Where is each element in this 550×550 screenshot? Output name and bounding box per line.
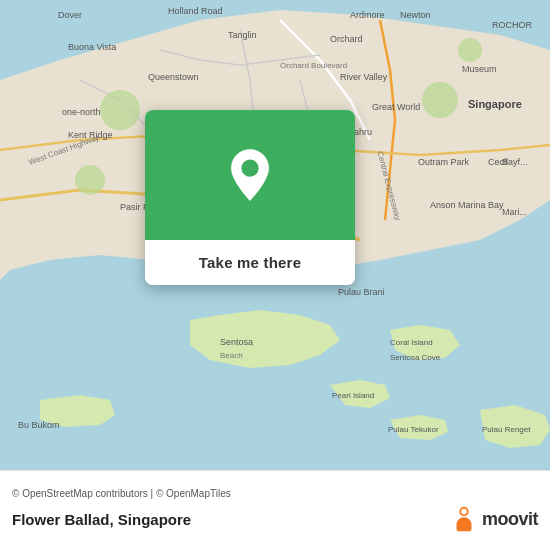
svg-point-2	[75, 165, 105, 195]
svg-text:Pulau Brani: Pulau Brani	[338, 287, 385, 297]
svg-text:Sentosa Cove: Sentosa Cove	[390, 353, 441, 362]
svg-point-1	[100, 90, 140, 130]
svg-text:Pulau Renget: Pulau Renget	[482, 425, 531, 434]
svg-text:Bayf...: Bayf...	[502, 157, 528, 167]
svg-text:Pearl Island: Pearl Island	[332, 391, 374, 400]
svg-text:Beach: Beach	[220, 351, 243, 360]
svg-point-3	[422, 82, 458, 118]
svg-text:Pulau Tekukor: Pulau Tekukor	[388, 425, 439, 434]
svg-text:Queenstown: Queenstown	[148, 72, 199, 82]
svg-text:ROCHOR: ROCHOR	[492, 20, 532, 30]
svg-text:Holland Road: Holland Road	[168, 6, 223, 16]
moovit-brand-text: moovit	[482, 509, 538, 530]
map-container: Dover Holland Road Ardmore Newton Buona …	[0, 0, 550, 470]
moovit-brand-icon	[450, 505, 478, 533]
popup-green-area	[145, 110, 355, 240]
svg-text:Coral Island: Coral Island	[390, 338, 433, 347]
svg-text:Singapore: Singapore	[468, 98, 522, 110]
svg-text:Museum: Museum	[462, 64, 497, 74]
take-me-there-button[interactable]: Take me there	[145, 240, 355, 285]
moovit-logo: moovit	[450, 505, 538, 533]
svg-text:Newton: Newton	[400, 10, 431, 20]
svg-text:Tanglin: Tanglin	[228, 30, 257, 40]
svg-text:Ardmore: Ardmore	[350, 10, 385, 20]
svg-text:Buona Vista: Buona Vista	[68, 42, 116, 52]
place-name: Flower Ballad, Singapore	[12, 511, 191, 528]
popup-card: Take me there	[145, 110, 355, 285]
svg-text:River Valley: River Valley	[340, 72, 388, 82]
svg-text:Anson: Anson	[430, 200, 456, 210]
svg-text:Orchard Boulevard: Orchard Boulevard	[280, 61, 347, 70]
svg-text:Sentosa: Sentosa	[220, 337, 253, 347]
svg-text:Mari...: Mari...	[502, 207, 527, 217]
svg-text:Orchard: Orchard	[330, 34, 363, 44]
svg-text:Marina Bay: Marina Bay	[458, 200, 504, 210]
svg-text:Bu Bukom: Bu Bukom	[18, 420, 60, 430]
location-pin-icon	[220, 145, 280, 205]
svg-text:Outram Park: Outram Park	[418, 157, 470, 167]
svg-text:Great World: Great World	[372, 102, 420, 112]
svg-text:one-north: one-north	[62, 107, 101, 117]
svg-text:Dover: Dover	[58, 10, 82, 20]
attribution-text: © OpenStreetMap contributors | © OpenMap…	[12, 488, 538, 499]
bottom-bar: © OpenStreetMap contributors | © OpenMap…	[0, 470, 550, 550]
svg-point-4	[458, 38, 482, 62]
bottom-row: Flower Ballad, Singapore moovit	[12, 505, 538, 533]
svg-point-42	[241, 160, 258, 177]
svg-point-44	[461, 509, 467, 515]
